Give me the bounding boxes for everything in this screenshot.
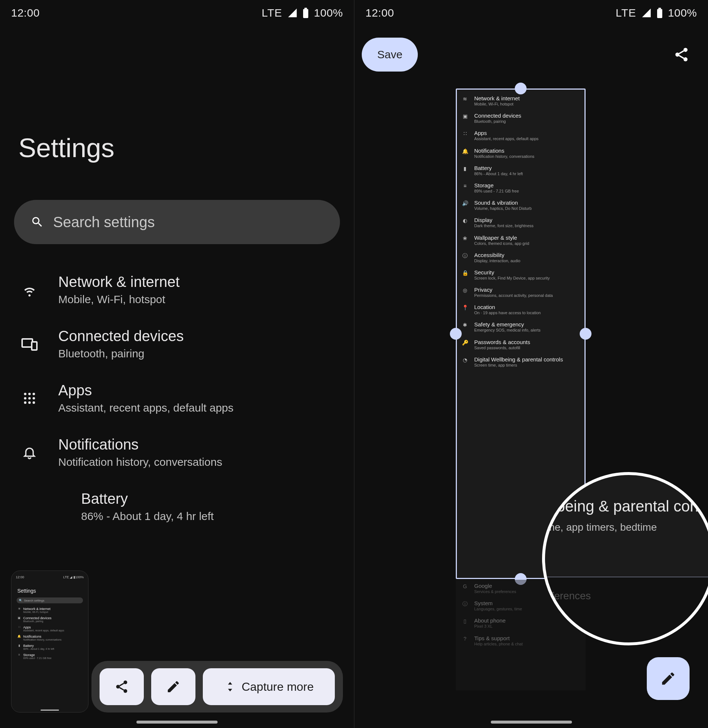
item-sub: 86% - About 1 day, 4 hr left: [81, 507, 214, 523]
svg-point-4: [24, 393, 26, 395]
screenshot-thumbnail[interactable]: 12:00 LTE ◢ ▮100% Settings 🔍Search setti…: [11, 570, 88, 712]
mini-item: ?Tips & supportHelp articles, phone & ch…: [456, 632, 586, 650]
svg-point-15: [123, 689, 127, 693]
google-icon: G: [461, 583, 469, 589]
status-bar: 12:00 LTE 100%: [354, 0, 708, 26]
svg-rect-16: [657, 9, 662, 19]
item-title: Network & internet: [58, 274, 180, 290]
expand-icon: [224, 680, 236, 693]
phone-icon: ▯: [461, 617, 469, 624]
battery-icon: [303, 8, 309, 18]
settings-item-network[interactable]: Network & internet Mobile, Wi-Fi, hotspo…: [0, 262, 354, 317]
svg-point-19: [676, 53, 680, 57]
bell-icon: [19, 445, 41, 460]
settings-item-connected[interactable]: Connected devices Bluetooth, pairing: [0, 317, 354, 371]
status-battery: 100%: [668, 7, 697, 19]
svg-point-6: [32, 393, 35, 395]
wifi-icon: [19, 281, 41, 299]
pencil-icon: [660, 670, 676, 687]
help-icon: ?: [461, 635, 469, 642]
settings-screen: 12:00 LTE 100% Settings Search settings …: [0, 0, 354, 728]
share-button[interactable]: [100, 668, 144, 705]
svg-point-11: [28, 401, 31, 404]
svg-point-13: [123, 680, 127, 684]
settings-item-battery[interactable]: Battery 86% - About 1 day, 4 hr left: [0, 479, 354, 534]
save-button[interactable]: Save: [362, 38, 418, 71]
svg-rect-3: [32, 342, 37, 350]
svg-point-14: [116, 685, 120, 689]
svg-rect-17: [659, 8, 661, 9]
svg-point-10: [24, 401, 26, 404]
crop-handle-left[interactable]: [450, 328, 462, 340]
edit-fab[interactable]: [647, 657, 689, 700]
crop-handle-top[interactable]: [515, 83, 527, 94]
item-title: Apps: [58, 382, 234, 399]
thumb-title: Settings: [15, 581, 84, 596]
search-icon: [30, 215, 44, 229]
magnifier-loupe[interactable]: Wellbeing & parental controls en time, a…: [542, 472, 708, 645]
status-network: LTE: [615, 7, 636, 19]
svg-point-18: [684, 48, 688, 52]
item-title: Connected devices: [58, 328, 184, 344]
svg-point-7: [24, 397, 26, 399]
svg-rect-1: [305, 8, 307, 9]
svg-rect-0: [303, 9, 308, 19]
thumb-search: 🔍Search settings: [17, 597, 83, 603]
settings-list: Network & internet Mobile, Wi-Fi, hotspo…: [0, 244, 354, 534]
status-battery: 100%: [314, 7, 343, 19]
home-indicator[interactable]: [136, 721, 218, 724]
svg-point-8: [28, 397, 31, 399]
item-sub: Assistant, recent apps, default apps: [58, 399, 234, 414]
home-indicator[interactable]: [491, 721, 572, 724]
item-sub: Notification history, conversations: [58, 453, 222, 468]
apps-icon: [19, 391, 41, 406]
mag-title: Wellbeing & parental controls: [542, 497, 708, 516]
crop-handle-right[interactable]: [580, 328, 592, 340]
svg-rect-2: [22, 339, 32, 347]
devices-icon: [19, 335, 41, 353]
item-sub: Bluetooth, pairing: [58, 344, 184, 360]
signal-icon: [287, 8, 297, 18]
edit-button[interactable]: [151, 668, 196, 705]
item-title: Battery: [81, 490, 214, 507]
status-time: 12:00: [366, 7, 394, 19]
capture-more-button[interactable]: Capture more: [203, 668, 335, 705]
svg-point-20: [684, 57, 688, 61]
search-placeholder: Search settings: [53, 214, 155, 231]
save-label: Save: [377, 48, 402, 61]
settings-item-notifications[interactable]: Notifications Notification history, conv…: [0, 425, 354, 479]
settings-item-apps[interactable]: Apps Assistant, recent apps, default app…: [0, 371, 354, 425]
share-icon[interactable]: [673, 46, 689, 63]
thumb-status: 12:00 LTE ◢ ▮100%: [15, 574, 84, 581]
svg-point-5: [28, 393, 31, 395]
status-network: LTE: [261, 7, 282, 19]
svg-point-9: [32, 397, 35, 399]
svg-point-12: [32, 401, 35, 404]
capture-more-label: Capture more: [242, 680, 314, 694]
screenshot-toolbar: Capture more: [91, 661, 343, 712]
system-icon: ⓘ: [461, 600, 469, 608]
mag-sub: en time, app timers, bedtime: [542, 516, 708, 533]
search-settings[interactable]: Search settings: [14, 200, 340, 244]
item-title: Notifications: [58, 436, 222, 453]
item-sub: Mobile, Wi-Fi, hotspot: [58, 290, 180, 306]
signal-icon: [641, 8, 651, 18]
status-bar: 12:00 LTE 100%: [0, 0, 354, 26]
status-time: 12:00: [11, 7, 40, 19]
battery-icon: [657, 8, 663, 18]
page-title: Settings: [0, 26, 354, 174]
screenshot-editor: 12:00 LTE 100% Save ≋Network & internetM…: [354, 0, 708, 728]
